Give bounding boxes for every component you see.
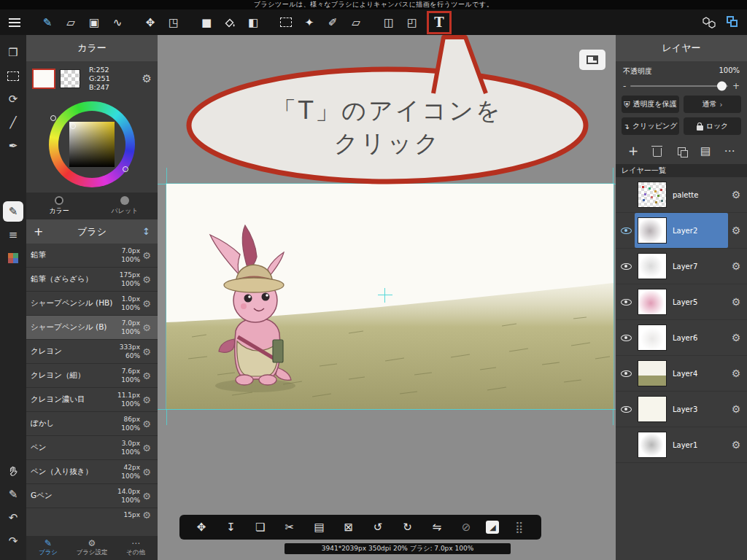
text-tool-button[interactable]: T [427, 11, 452, 34]
brush-row[interactable]: クレヨン濃い目 11.1px100% ⚙ [26, 388, 158, 412]
figure-brush-tool-button[interactable]: ▣ [83, 12, 105, 34]
protect-alpha-button[interactable]: ⛨ 透明度を保護 [622, 96, 679, 113]
brush-row-selected[interactable]: シャープペンシル (B) 7.0px100% ⚙ [26, 316, 158, 340]
duplicate-layer-button[interactable] [676, 147, 687, 155]
brush-row[interactable]: 鉛筆 7.0px100% ⚙ [26, 244, 158, 268]
grid-button[interactable]: ⣿ [510, 518, 529, 537]
redo-button[interactable]: ↷ [3, 531, 23, 551]
eraser-tool-button[interactable]: ▱ [60, 12, 82, 34]
layer-row[interactable]: palette ⚙ [616, 177, 747, 213]
copy-button[interactable]: ❏ [251, 518, 270, 537]
brush-tool-button[interactable]: ✎ [36, 12, 58, 34]
cut-button[interactable]: ✂ [280, 518, 299, 537]
layer-settings-gear[interactable]: ⚙ [728, 260, 744, 272]
rotate-view-button[interactable]: ⟳ [3, 89, 23, 109]
brush-settings-gear[interactable]: ⚙ [140, 322, 153, 333]
layer-settings-gear[interactable]: ⚙ [728, 225, 744, 236]
hand-tool-button[interactable] [3, 461, 23, 481]
snap-tool-button[interactable]: ∿ [107, 12, 128, 34]
opacity-slider-knob[interactable] [717, 82, 727, 91]
brush-settings-gear[interactable]: ⚙ [140, 370, 153, 381]
layer-settings-gear[interactable]: ⚙ [728, 368, 744, 379]
fill-bucket-tool-button[interactable] [219, 12, 241, 34]
new-document-button[interactable]: ❒ [3, 42, 23, 63]
airbrush-button[interactable]: ✒ [3, 136, 23, 156]
flip-horizontal-button[interactable]: ⇋ [427, 518, 446, 537]
main-menu-button[interactable] [4, 12, 26, 34]
brush-row[interactable]: クレヨン（細） 7.6px100% ⚙ [26, 364, 158, 388]
brush-row[interactable]: Gペン 14.0px100% ⚙ [26, 484, 158, 508]
layer-settings-gear[interactable]: ⚙ [728, 403, 744, 415]
transparent-color-swatch[interactable] [60, 69, 80, 88]
layer-row-selected[interactable]: Layer2 ⚙ [616, 213, 747, 249]
layer-menu-button[interactable]: ▤ [700, 144, 711, 158]
layer-row[interactable]: Layer7 ⚙ [616, 249, 747, 284]
brush-settings-gear[interactable]: ⚙ [140, 443, 153, 454]
layer-settings-gear[interactable]: ⚙ [728, 332, 744, 343]
visibility-toggle[interactable] [617, 335, 635, 341]
layer-row[interactable]: Layer5 ⚙ [616, 284, 747, 320]
undo-button[interactable]: ↶ [3, 508, 23, 528]
select-pen-tool-button[interactable]: ✐ [322, 12, 344, 34]
brush-settings-gear[interactable]: ⚙ [140, 510, 153, 521]
layer-row[interactable]: Layer3 ⚙ [616, 392, 747, 427]
brush-row[interactable]: クレヨン 333px60% ⚙ [26, 340, 158, 364]
opacity-minus-button[interactable]: - [623, 82, 626, 90]
brush-row[interactable]: 鉛筆（ざらざら） 175px100% ⚙ [26, 268, 158, 292]
clipping-button[interactable]: ↴ クリッピング [622, 117, 679, 135]
visibility-toggle[interactable] [617, 263, 635, 270]
color-panel-toggle[interactable] [3, 248, 23, 268]
layer-row[interactable]: Layer1 ⚙ [616, 427, 747, 463]
select-eraser-tool-button[interactable]: ▱ [345, 12, 367, 34]
brush-settings-gear[interactable]: ⚙ [140, 250, 153, 261]
brush-panel-toggle[interactable]: ✎ [3, 201, 23, 222]
brush-settings-gear[interactable]: ⚙ [140, 394, 153, 405]
hue-marker-2[interactable] [123, 166, 128, 172]
visibility-toggle[interactable] [617, 228, 635, 234]
opacity-slider[interactable] [630, 85, 728, 87]
divide-tool-button[interactable]: ◫ [378, 12, 400, 34]
visibility-toggle[interactable] [617, 406, 635, 413]
brush-row-partial[interactable]: 15px ⚙ [26, 508, 158, 521]
delete-layer-button[interactable] [651, 146, 663, 157]
selection-button[interactable] [3, 66, 23, 86]
brush-sort-button[interactable]: ↕ [136, 226, 150, 237]
brush-row[interactable]: シャープペンシル (HB) 1.0px100% ⚙ [26, 292, 158, 316]
add-brush-button[interactable]: + [34, 225, 48, 238]
brush-settings-gear[interactable]: ⚙ [140, 298, 153, 309]
tab-color[interactable]: カラー [26, 192, 92, 219]
sv-marker[interactable] [70, 123, 76, 129]
move-tool-button[interactable]: ✥ [139, 12, 161, 34]
brush-settings-gear[interactable]: ⚙ [140, 491, 153, 502]
transform-tool-button[interactable]: ◳ [163, 12, 185, 34]
brush-settings-gear[interactable]: ⚙ [140, 419, 153, 429]
layer-list-panel-toggle[interactable]: ≡ [3, 225, 23, 245]
tab-other[interactable]: ⋯ その他 [114, 536, 158, 560]
select-tool-button[interactable] [275, 12, 297, 34]
brush-settings-gear[interactable]: ⚙ [140, 346, 153, 357]
tab-brush[interactable]: ✎ ブラシ [26, 536, 70, 560]
more-options-button[interactable]: ⋯ [724, 144, 735, 158]
import-button[interactable]: ↧ [221, 518, 240, 537]
gradient-tool-button[interactable]: ◧ [242, 12, 264, 34]
magic-wand-tool-button[interactable]: ✦ [298, 12, 320, 34]
color-settings-button[interactable]: ⚙ [142, 72, 152, 85]
layer-row[interactable]: Layer4 ⚙ [616, 356, 747, 392]
image-button[interactable]: ◢ [486, 521, 499, 534]
opacity-plus-button[interactable]: + [732, 82, 740, 90]
layer-row[interactable]: Layer6 ⚙ [616, 320, 747, 356]
lock-button[interactable]: ロック [684, 117, 741, 135]
visibility-toggle[interactable] [617, 299, 635, 306]
tab-palette[interactable]: パレット [92, 192, 158, 219]
material-button[interactable] [698, 12, 720, 34]
transform-button[interactable]: ✥ [192, 518, 211, 537]
frame-tool-button[interactable]: ◰ [401, 12, 423, 34]
tab-brush-settings[interactable]: ⚙ ブラシ設定 [70, 536, 114, 560]
current-color-swatch[interactable] [32, 69, 55, 89]
ruler-button[interactable]: ╱ [3, 112, 23, 133]
brush-row[interactable]: ペン 3.0px100% ⚙ [26, 436, 158, 460]
layers-panel-button[interactable] [721, 12, 743, 34]
brush-row[interactable]: ペン（入り抜き） 42px100% ⚙ [26, 460, 158, 484]
flip-disabled-button[interactable]: ⊘ [457, 518, 476, 537]
canvas-workspace[interactable]: 「T」のアイコンを クリック ✥ ↧ ❏ ✂ ▤ ⊠ ↺ ↻ ⇋ ⊘ ◢ ⣿ 3… [158, 35, 616, 560]
